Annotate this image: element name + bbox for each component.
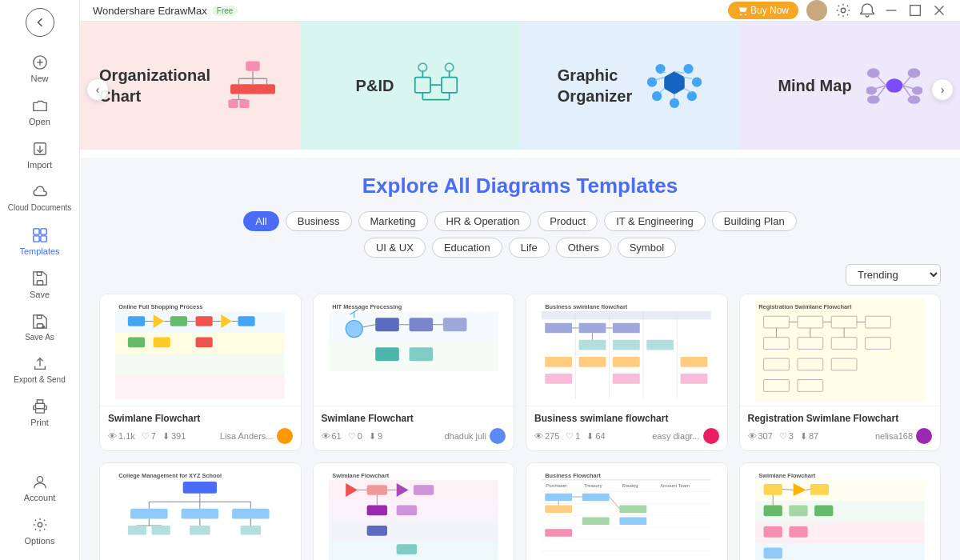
settings-icon[interactable]: [835, 2, 851, 18]
svg-rect-105: [375, 347, 399, 361]
svg-text:Purchaser: Purchaser: [546, 483, 568, 488]
template-title-2: Swimlane Flowchart: [322, 413, 506, 424]
template-card-3[interactable]: Business swimlane flowchart: [526, 294, 728, 451]
template-card-5[interactable]: College Management for XYZ School: [99, 462, 302, 560]
carousel-card-org[interactable]: OrganizationalChart: [80, 22, 300, 150]
svg-rect-225: [810, 484, 829, 495]
svg-point-51: [670, 98, 679, 108]
svg-rect-133: [681, 374, 708, 384]
minimize-icon[interactable]: [883, 2, 899, 18]
template-card-7[interactable]: Business Flowchart Purchaser Treasury Ro…: [526, 462, 728, 560]
svg-line-56: [684, 78, 693, 79]
sidebar-item-saveas[interactable]: + Save As: [0, 307, 79, 348]
sidebar-item-account[interactable]: Account: [0, 467, 79, 509]
template-stats-2: 👁 61 ♡ 0 ⬇ 9: [322, 431, 383, 442]
filter-building[interactable]: Building Plan: [712, 211, 797, 231]
svg-text:Registration Swimlane Flowchar: Registration Swimlane Flowchart: [758, 303, 852, 310]
carousel-card-graphic[interactable]: GraphicOrganizer: [520, 22, 740, 150]
svg-text:Account Team: Account Team: [661, 483, 690, 488]
svg-rect-187: [367, 506, 387, 516]
svg-rect-212: [546, 529, 573, 537]
sidebar-item-import[interactable]: Import: [0, 134, 79, 176]
svg-rect-208: [582, 494, 610, 502]
svg-rect-103: [409, 318, 433, 331]
save-icon: [32, 270, 48, 286]
pid-illustration: [408, 58, 464, 114]
sort-select[interactable]: Trending Newest Most Popular: [846, 264, 941, 286]
svg-rect-9: [37, 281, 42, 285]
carousel-prev-button[interactable]: ‹: [86, 78, 109, 101]
template-card-2[interactable]: HIT Message Processing: [313, 294, 515, 451]
template-card-4[interactable]: Registration Swimlane Flowchart: [739, 294, 942, 451]
filter-all[interactable]: All: [243, 211, 278, 231]
carousel-card-mindmap[interactable]: Mind Map: [740, 22, 960, 150]
filter-others[interactable]: Others: [556, 238, 611, 258]
svg-rect-88: [154, 338, 170, 348]
filter-education[interactable]: Education: [432, 238, 502, 258]
cloud-icon: [32, 184, 48, 200]
svg-rect-181: [329, 521, 498, 541]
user-avatar[interactable]: [806, 0, 827, 21]
sidebar-item-print[interactable]: Print: [0, 392, 79, 434]
svg-rect-21: [910, 6, 921, 16]
svg-rect-116: [678, 311, 711, 320]
sidebar: New Open Import Cloud Documents Template…: [0, 0, 80, 560]
svg-rect-231: [764, 547, 782, 558]
sidebar-item-export[interactable]: Export & Send: [0, 350, 79, 390]
svg-text:Business swimlane flowchart: Business swimlane flowchart: [546, 303, 629, 310]
svg-rect-114: [610, 311, 643, 320]
template-card-8[interactable]: Swimlane Flowchart: [739, 462, 942, 560]
sidebar-item-templates[interactable]: Templates: [0, 221, 79, 262]
app-title-group: Wondershare EdrawMax Free: [93, 5, 238, 17]
svg-rect-127: [546, 357, 573, 367]
filter-hr[interactable]: HR & Operation: [434, 211, 532, 231]
template-title-1: Swimlane Flowchart: [108, 413, 293, 424]
buy-now-button[interactable]: Buy Now: [728, 2, 798, 19]
author-avatar-1: [277, 428, 293, 444]
svg-line-60: [656, 78, 665, 81]
filter-ui[interactable]: UI & UX: [364, 238, 426, 258]
svg-rect-167: [182, 509, 219, 519]
filter-marketing[interactable]: Marketing: [358, 211, 428, 231]
carousel-next-button[interactable]: ›: [931, 78, 954, 101]
print-icon: [32, 398, 48, 414]
template-card-1[interactable]: Online Full Shopping Process: [99, 294, 302, 451]
author-avatar-3: [703, 428, 719, 444]
filter-product[interactable]: Product: [538, 211, 598, 231]
carousel-card-pid[interactable]: P&ID: [300, 22, 520, 150]
svg-rect-213: [620, 517, 647, 525]
sidebar-item-new[interactable]: New: [0, 48, 79, 90]
template-thumb-7: Business Flowchart Purchaser Treasury Ro…: [526, 463, 727, 560]
svg-text:Treasury: Treasury: [584, 483, 602, 488]
template-card-body-1: Swimlane Flowchart 👁 1.1k ♡ 7 ⬇ 391 Lisa…: [100, 406, 301, 450]
sidebar-item-save[interactable]: Save: [0, 264, 79, 306]
filter-symbol[interactable]: Symbol: [618, 238, 676, 258]
main-content: Wondershare EdrawMax Free Buy Now ‹ Orga…: [80, 0, 960, 560]
filter-business[interactable]: Business: [286, 211, 352, 231]
svg-text:Swimlane Flowchart: Swimlane Flowchart: [332, 472, 390, 479]
sidebar-item-open[interactable]: Open: [0, 91, 79, 133]
sidebar-item-cloud[interactable]: Cloud Documents: [0, 178, 79, 219]
close-icon[interactable]: [931, 2, 947, 18]
filter-life[interactable]: Life: [509, 238, 550, 258]
svg-rect-166: [130, 509, 168, 519]
sidebar-item-options[interactable]: Options: [0, 510, 79, 552]
svg-point-99: [346, 320, 362, 337]
svg-rect-112: [542, 311, 575, 320]
svg-text:College Management for XYZ Sch: College Management for XYZ School: [119, 472, 222, 479]
back-button[interactable]: [26, 8, 54, 37]
bell-icon[interactable]: [859, 2, 875, 18]
svg-rect-83: [170, 316, 187, 326]
svg-point-17: [37, 477, 42, 482]
filter-it[interactable]: IT & Engineering: [604, 211, 706, 231]
stat-likes-1: ♡ 7: [142, 431, 156, 442]
template-thumb-1: Online Full Shopping Process: [100, 294, 301, 406]
template-card-6[interactable]: Swimlane Flowchart: [313, 462, 515, 560]
template-author-2: dhaduk juli: [444, 428, 506, 444]
svg-rect-7: [33, 236, 38, 242]
svg-rect-189: [367, 526, 387, 536]
maximize-icon[interactable]: [907, 2, 923, 18]
svg-text:+: +: [42, 324, 44, 329]
svg-rect-39: [442, 78, 457, 93]
svg-rect-210: [546, 506, 573, 514]
